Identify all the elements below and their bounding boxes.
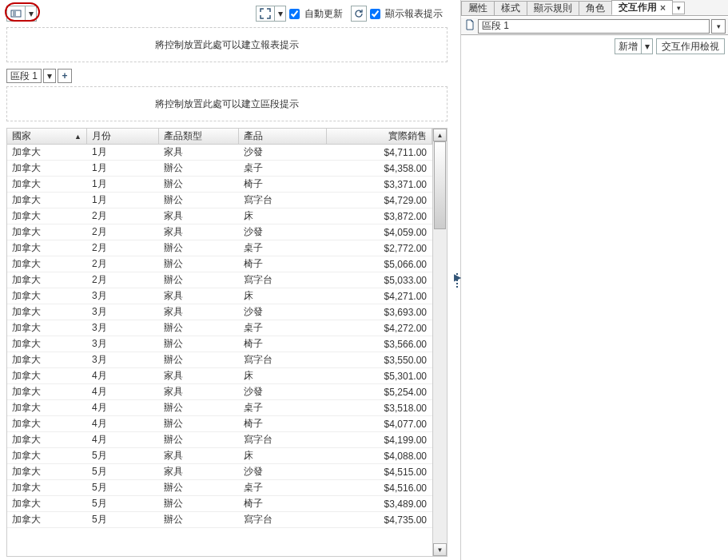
col-country[interactable]: 國家▲ [7, 129, 87, 144]
scroll-up-button[interactable]: ▲ [433, 129, 447, 141]
cell: 辦公 [159, 432, 239, 447]
add-button[interactable]: 新增 ▾ [615, 38, 653, 54]
table-row[interactable]: 加拿大2月家具沙發$4,059.00 [7, 224, 432, 240]
cell: 加拿大 [7, 480, 87, 495]
close-icon[interactable]: × [660, 2, 666, 14]
cell: 家具 [159, 304, 239, 320]
right-panel: 屬性 樣式 顯示規則 角色 交互作用 × ▾ 區段 1 ▾ 新增 ▾ 交互作用檢… [460, 0, 728, 560]
table-row[interactable]: 加拿大4月辦公椅子$4,077.00 [7, 416, 432, 432]
table-row[interactable]: 加拿大5月家具沙發$4,515.00 [7, 464, 432, 480]
sort-asc-icon: ▲ [74, 133, 82, 141]
cell: 床 [239, 288, 327, 304]
chevron-down-icon: ▾ [641, 39, 652, 54]
table-row[interactable]: 加拿大2月家具床$3,872.00 [7, 209, 432, 224]
pane-splitter[interactable]: ▶ [454, 0, 460, 560]
table-row[interactable]: 加拿大5月辦公椅子$3,489.00 [7, 496, 432, 512]
tabs-more-button[interactable]: ▾ [672, 2, 685, 14]
cell: 加拿大 [7, 161, 87, 176]
cell: 沙發 [239, 384, 327, 399]
vertical-scrollbar[interactable]: ▲ ▼ [432, 129, 447, 556]
cell: 辦公 [159, 336, 239, 351]
cell: 加拿大 [7, 496, 87, 511]
show-prompt-checkbox[interactable] [370, 9, 380, 19]
cell: 椅子 [239, 177, 327, 192]
table-row[interactable]: 加拿大5月辦公寫字台$4,735.00 [7, 512, 432, 528]
scroll-down-button[interactable]: ▼ [433, 543, 447, 556]
col-product[interactable]: 產品 [239, 129, 327, 144]
report-prompt-dropzone[interactable]: 將控制放置此處可以建立報表提示 [6, 27, 448, 62]
cell: 1月 [87, 193, 159, 208]
table-row[interactable]: 加拿大4月辦公桌子$3,518.00 [7, 400, 432, 416]
cell: $4,088.00 [327, 448, 432, 463]
cell: 5月 [87, 448, 159, 463]
table-row[interactable]: 加拿大2月辦公桌子$2,772.00 [7, 240, 432, 256]
table-row[interactable]: 加拿大3月家具床$4,271.00 [7, 288, 432, 304]
section-header: 區段 1 ▾ + [6, 69, 448, 83]
col-sales[interactable]: 實際銷售 [327, 129, 432, 144]
tab-display-rules[interactable]: 顯示規則 [527, 1, 579, 15]
table-row[interactable]: 加拿大2月辦公寫字台$5,033.00 [7, 272, 432, 288]
scroll-thumb[interactable] [434, 141, 446, 229]
table-row[interactable]: 加拿大3月辦公椅子$3,566.00 [7, 336, 432, 352]
menu-icon [7, 6, 25, 21]
cell: 加拿大 [7, 224, 87, 240]
top-toolbar: ▾ ▾ 自動更新 顯示報表提示 [6, 3, 448, 24]
interaction-view-button[interactable]: 交互作用檢視 [656, 38, 725, 54]
section-label[interactable]: 區段 1 [6, 69, 42, 83]
cell: 1月 [87, 161, 159, 176]
cell: 桌子 [239, 480, 327, 495]
cell: 3月 [87, 352, 159, 367]
cell: 辦公 [159, 512, 239, 527]
expand-icon [257, 6, 274, 21]
cell: 加拿大 [7, 240, 87, 256]
cell: 辦公 [159, 400, 239, 415]
col-month[interactable]: 月份 [87, 129, 159, 144]
tab-properties[interactable]: 屬性 [461, 1, 495, 15]
cell: 寫字台 [239, 272, 327, 288]
col-type[interactable]: 產品類型 [159, 129, 239, 144]
table-row[interactable]: 加拿大2月辦公椅子$5,066.00 [7, 256, 432, 272]
cell: 辦公 [159, 352, 239, 367]
tab-styles[interactable]: 樣式 [494, 1, 527, 15]
table-row[interactable]: 加拿大1月家具沙發$4,711.00 [7, 145, 432, 161]
cell: 辦公 [159, 161, 239, 176]
add-section-button[interactable]: + [58, 69, 72, 83]
cell: 桌子 [239, 161, 327, 176]
section-dropdown[interactable]: ▾ [43, 69, 56, 83]
cell: 寫字台 [239, 512, 327, 527]
scroll-track[interactable] [433, 141, 447, 543]
table-row[interactable]: 加拿大4月家具床$5,301.00 [7, 368, 432, 384]
table-row[interactable]: 加拿大5月辦公桌子$4,516.00 [7, 480, 432, 496]
cell: 加拿大 [7, 368, 87, 383]
cell: $4,735.00 [327, 512, 432, 527]
refresh-button[interactable] [351, 6, 367, 22]
table-row[interactable]: 加拿大1月辦公椅子$3,371.00 [7, 177, 432, 193]
cell: 辦公 [159, 240, 239, 256]
selector-field[interactable]: 區段 1 [478, 19, 710, 34]
cell: 加拿大 [7, 512, 87, 527]
menu-button[interactable]: ▾ [6, 6, 37, 22]
cell: 5月 [87, 464, 159, 479]
cell: 加拿大 [7, 416, 87, 431]
table-row[interactable]: 加拿大4月家具沙發$5,254.00 [7, 384, 432, 400]
cell: 辦公 [159, 256, 239, 272]
table-row[interactable]: 加拿大1月辦公桌子$4,358.00 [7, 161, 432, 177]
tab-interaction[interactable]: 交互作用 × [611, 0, 673, 15]
expand-button[interactable]: ▾ [256, 6, 286, 22]
table-row[interactable]: 加拿大3月家具沙發$3,693.00 [7, 304, 432, 320]
cell: 家具 [159, 224, 239, 240]
cell: $3,550.00 [327, 352, 432, 367]
cell: 2月 [87, 240, 159, 256]
auto-refresh-checkbox[interactable] [289, 9, 300, 19]
selector-dropdown[interactable]: ▾ [711, 19, 726, 34]
section-prompt-dropzone[interactable]: 將控制放置此處可以建立區段提示 [6, 86, 448, 121]
cell: 桌子 [239, 240, 327, 256]
table-row[interactable]: 加拿大5月家具床$4,088.00 [7, 448, 432, 464]
table-row[interactable]: 加拿大3月辦公寫字台$3,550.00 [7, 352, 432, 368]
cell: $3,872.00 [327, 209, 432, 224]
table-row[interactable]: 加拿大4月辦公寫字台$4,199.00 [7, 432, 432, 448]
cell: 5月 [87, 480, 159, 495]
table-row[interactable]: 加拿大3月辦公桌子$4,272.00 [7, 320, 432, 336]
table-row[interactable]: 加拿大1月辦公寫字台$4,729.00 [7, 193, 432, 209]
tab-roles[interactable]: 角色 [579, 1, 612, 15]
